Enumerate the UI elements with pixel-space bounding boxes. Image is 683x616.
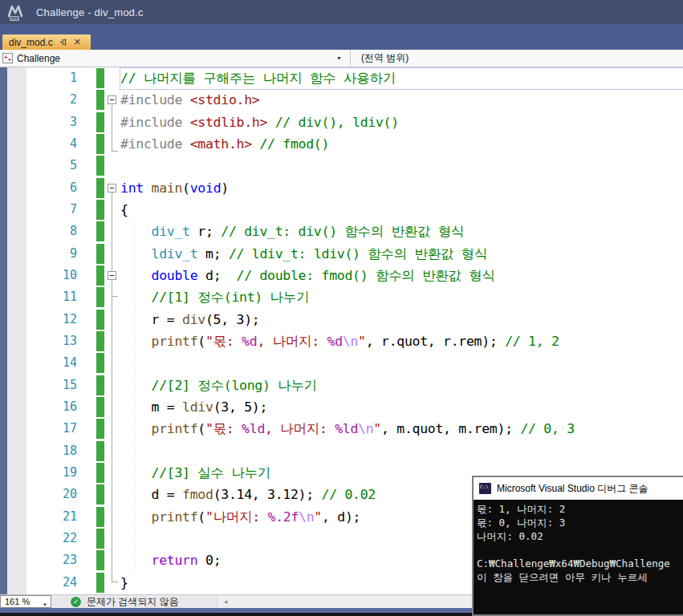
code-token xyxy=(120,224,152,239)
pin-icon[interactable] xyxy=(59,38,68,47)
code-token: int xyxy=(120,180,144,196)
close-icon[interactable]: ✕ xyxy=(74,38,81,47)
console-line: 나머지: 0.02 xyxy=(477,529,683,543)
code-line[interactable]: r = div(5, 3); xyxy=(120,309,259,330)
code-token: m = xyxy=(120,399,182,415)
line-number: 19 xyxy=(30,462,77,484)
code-line[interactable]: printf("나머지: %.2f\n", d); xyxy=(120,506,360,528)
code-line[interactable]: // 나머지를 구해주는 나머지 함수 사용하기 xyxy=(120,67,396,89)
scroll-left-arrow-icon[interactable]: ◄ xyxy=(222,598,229,606)
change-tracking-bar xyxy=(96,156,104,176)
change-tracking-bar xyxy=(96,265,104,286)
code-line[interactable]: ldiv_t m; // ldiv_t: ldiv() 함수의 반환값 형식 xyxy=(120,243,487,265)
line-number: 16 xyxy=(30,396,77,418)
change-tracking-bar xyxy=(96,287,104,307)
code-token: double xyxy=(152,268,198,283)
code-token: "몫: xyxy=(205,421,242,436)
breakpoint-gutter[interactable] xyxy=(7,67,26,594)
code-token: (3.14, 3.12); xyxy=(213,487,322,502)
code-token: printf xyxy=(152,334,198,349)
document-health-indicator[interactable]: ✓ 문제가 검색되지 않음 xyxy=(71,596,179,608)
code-token: div xyxy=(182,312,205,327)
code-token: } xyxy=(120,575,128,590)
navigation-bar: ++ Challenge ▼ (전역 범위) xyxy=(0,50,683,67)
code-token: \n xyxy=(343,334,358,349)
tab-div_mod[interactable]: div_mod.c ✕ xyxy=(2,34,91,50)
line-number: 22 xyxy=(30,528,77,549)
project-scope-dropdown[interactable]: ++ Challenge ▼ xyxy=(0,50,350,67)
code-token xyxy=(144,180,152,196)
code-line[interactable]: m = ldiv(3, 5); xyxy=(120,396,267,418)
code-token: %ld xyxy=(242,421,265,436)
line-number: 3 xyxy=(30,111,77,133)
scope-dropdown[interactable]: (전역 범위) xyxy=(351,50,683,67)
code-line[interactable]: #include <stdio.h> xyxy=(120,89,259,111)
code-token xyxy=(120,553,152,568)
code-line[interactable]: double d; // double: fmod() 함수의 반환값 형식 xyxy=(120,265,495,286)
line-number: 17 xyxy=(30,418,77,440)
code-line[interactable]: //[2] 정수(long) 나누기 xyxy=(120,375,317,396)
code-token: // div_t: div() 함수의 반환값 형식 xyxy=(221,224,464,239)
code-token: \n xyxy=(299,509,314,525)
change-tracking-bar xyxy=(96,397,104,417)
change-tracking-bar xyxy=(96,90,104,110)
console-line: C:₩Challenge₩x64₩Debug₩Challenge xyxy=(477,557,683,570)
code-line[interactable]: int main(void) xyxy=(120,177,229,199)
code-token: #include xyxy=(120,136,190,152)
code-line[interactable]: printf("몫: %d, 나머지: %d\n", r.quot, r.rem… xyxy=(120,330,559,352)
fold-collapse-button[interactable] xyxy=(108,95,116,104)
code-token: // 나머지를 구해주는 나머지 함수 사용하기 xyxy=(120,71,396,86)
code-token xyxy=(267,115,275,130)
line-number: 12 xyxy=(30,309,77,330)
change-tracking-bar xyxy=(96,463,104,483)
horizontal-scrollbar[interactable]: ◄ xyxy=(217,596,473,608)
change-tracking-bar xyxy=(96,484,104,505)
line-number: 11 xyxy=(30,286,77,308)
code-token: (5, 3); xyxy=(205,312,259,327)
code-line[interactable]: return 0; xyxy=(120,549,221,571)
code-token xyxy=(120,334,152,349)
console-output[interactable]: 몫: 1, 나머지: 2몫: 0, 나머지: 3나머지: 0.02 C:₩Cha… xyxy=(474,500,683,614)
change-tracking-bar xyxy=(96,375,104,395)
document-tabbar: div_mod.c ✕ xyxy=(0,24,683,50)
code-line[interactable]: #include <math.h> // fmod() xyxy=(120,133,329,155)
code-line[interactable]: } xyxy=(120,572,128,594)
code-token: m; xyxy=(197,246,229,261)
zoom-level-value: 161 % xyxy=(5,597,30,606)
line-number: 9 xyxy=(30,243,77,265)
code-line[interactable]: div_t r; // div_t: div() 함수의 반환값 형식 xyxy=(120,221,464,242)
code-token xyxy=(120,421,152,436)
fold-collapse-button[interactable] xyxy=(108,184,116,192)
code-line[interactable]: d = fmod(3.14, 3.12); // 0.02 xyxy=(120,484,376,505)
console-title: Microsoft Visual Studio 디버그 콘솔 xyxy=(497,482,648,496)
visual-studio-preview-icon: PRE xyxy=(7,4,25,20)
code-token: { xyxy=(120,202,128,217)
code-line[interactable]: printf("몫: %ld, 나머지: %ld\n", m.quot, m.r… xyxy=(120,418,575,440)
console-line xyxy=(477,543,683,557)
console-titlebar[interactable]: C:\ Microsoft Visual Studio 디버그 콘솔 xyxy=(474,477,683,500)
code-token: printf xyxy=(152,509,198,525)
code-token: \n xyxy=(358,421,373,436)
fold-collapse-button[interactable] xyxy=(108,271,116,280)
change-tracking-bar xyxy=(96,310,104,330)
code-token: fmod xyxy=(182,487,213,502)
project-name: Challenge xyxy=(17,53,60,64)
window-title: Challenge - div_mod.c xyxy=(36,6,144,18)
code-line[interactable]: #include <stdlib.h> // div(), ldiv() xyxy=(120,111,399,133)
code-token xyxy=(120,465,152,480)
debug-console-window[interactable]: C:\ Microsoft Visual Studio 디버그 콘솔 몫: 1,… xyxy=(472,476,683,616)
chevron-down-icon: ▼ xyxy=(336,55,342,61)
health-check-icon: ✓ xyxy=(71,597,81,607)
code-token xyxy=(120,268,152,283)
code-token: (3, 5); xyxy=(213,399,267,415)
code-token: ldiv_t xyxy=(152,246,198,261)
window-titlebar[interactable]: PRE Challenge - div_mod.c xyxy=(0,0,683,24)
code-line[interactable]: { xyxy=(120,199,128,221)
change-tracking-bar xyxy=(96,134,104,154)
code-token: %d xyxy=(242,334,257,349)
code-line[interactable]: //[1] 정수(int) 나누기 xyxy=(120,286,309,308)
fold-guide-end xyxy=(112,296,118,297)
zoom-level-select[interactable]: 161 % ▼ xyxy=(0,595,51,608)
code-token: <stdio.h> xyxy=(190,92,260,107)
code-line[interactable]: //[3] 실수 나누기 xyxy=(120,462,270,484)
